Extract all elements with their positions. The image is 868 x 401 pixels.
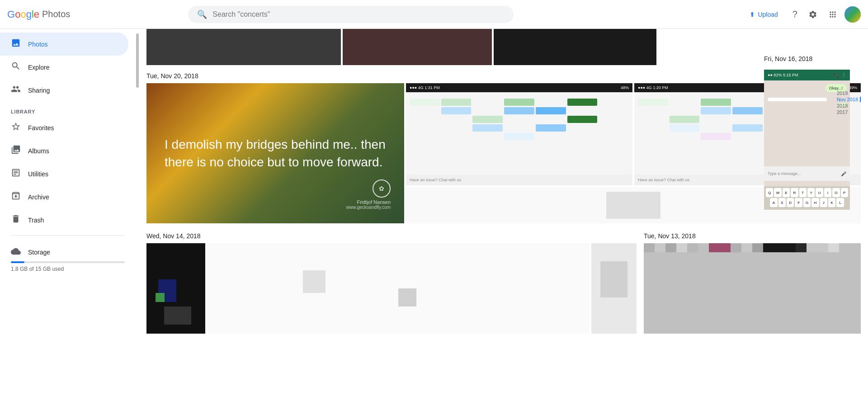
sidebar-item-trash[interactable]: Trash bbox=[0, 208, 128, 231]
scrollbar-thumb[interactable] bbox=[136, 33, 139, 88]
timeline-nov2018[interactable]: Nov 2018 bbox=[837, 97, 861, 102]
top-partial-row bbox=[146, 29, 861, 65]
storage-used-text: 1.8 GB of 15 GB used bbox=[11, 266, 125, 272]
grid-icon bbox=[828, 10, 837, 19]
sidebar-item-explore[interactable]: Explore bbox=[0, 56, 128, 79]
trash-label: Trash bbox=[28, 217, 44, 224]
quote-text: I demolish my bridges behind me.. then t… bbox=[165, 136, 386, 171]
calendar-screenshot-1[interactable]: ●●● 4G 1:31 PM 48% bbox=[406, 83, 632, 185]
sharing-nav-icon bbox=[11, 84, 21, 96]
sidebar: Photos Explore Sharing LIBRARY bbox=[0, 29, 136, 401]
albums-label: Albums bbox=[28, 147, 49, 155]
sidebar-item-sharing[interactable]: Sharing bbox=[0, 79, 128, 102]
nov16-date-label: Fri, Nov 16, 2018 bbox=[764, 50, 850, 66]
nov14-photo-1[interactable] bbox=[146, 243, 205, 334]
archive-label: Archive bbox=[28, 193, 49, 201]
search-input[interactable] bbox=[212, 10, 505, 19]
timeline-2018[interactable]: 2018 bbox=[837, 103, 861, 109]
help-icon: ? bbox=[793, 9, 797, 19]
sidebar-scrollbar[interactable] bbox=[136, 29, 139, 401]
nov14-photo-2[interactable] bbox=[207, 243, 590, 334]
header: Google Photos 🔍 ⬆ Upload ? bbox=[0, 0, 868, 29]
watermark: ✿ Fridtjof Nansen www.geckoandfly.com bbox=[346, 179, 391, 210]
sidebar-item-photos[interactable]: Photos bbox=[0, 33, 128, 56]
nov20-photo-row: I demolish my bridges behind me.. then t… bbox=[146, 83, 861, 223]
utilities-icon bbox=[11, 168, 21, 180]
photos-nav-label: Photos bbox=[28, 41, 48, 48]
sidebar-item-albums[interactable]: Albums bbox=[0, 139, 128, 162]
nov14-photo-row bbox=[146, 243, 637, 334]
storage-title: Storage bbox=[28, 249, 50, 256]
watermark-site: www.geckoandfly.com bbox=[346, 205, 391, 210]
user-avatar[interactable] bbox=[844, 6, 861, 23]
nov13-date-label: Tue, Nov 13, 2018 bbox=[644, 227, 861, 243]
timeline-2019[interactable]: 2019 bbox=[837, 90, 861, 96]
photos-nav-icon bbox=[11, 38, 21, 50]
google-wordmark: Google bbox=[7, 9, 39, 20]
google-photos-logo[interactable]: Google Photos bbox=[7, 9, 70, 20]
nov13-photo-1[interactable] bbox=[644, 243, 861, 334]
sidebar-item-archive[interactable]: Archive bbox=[0, 185, 128, 208]
upload-label: Upload bbox=[758, 11, 778, 18]
albums-icon bbox=[11, 145, 21, 157]
right-panel: Fri, Nov 16, 2018 ●● 82% 5:15 PM 📞 ⋮ Oka… bbox=[764, 50, 850, 210]
search-bar[interactable]: 🔍 bbox=[188, 6, 514, 23]
top-photo-1[interactable] bbox=[146, 29, 341, 65]
explore-nav-label: Explore bbox=[28, 64, 49, 71]
nov14-photo-3[interactable] bbox=[591, 243, 637, 334]
upload-button[interactable]: ⬆ Upload bbox=[742, 7, 785, 22]
gear-icon bbox=[808, 10, 817, 19]
top-photo-2[interactable] bbox=[343, 29, 492, 65]
nov14-section: Wed, Nov 14, 2018 bbox=[146, 227, 637, 334]
library-section-label: LIBRARY bbox=[0, 102, 136, 116]
archive-icon bbox=[11, 191, 21, 203]
header-actions: ⬆ Upload ? bbox=[742, 5, 861, 23]
utilities-label: Utilities bbox=[28, 170, 48, 178]
body-container: Photos Explore Sharing LIBRARY bbox=[0, 29, 868, 401]
explore-nav-icon bbox=[11, 61, 21, 73]
watermark-logo: ✿ bbox=[373, 179, 391, 198]
storage-label: Storage bbox=[11, 246, 125, 258]
sidebar-item-favorites[interactable]: Favorites bbox=[0, 116, 128, 139]
storage-progress-bar bbox=[11, 261, 125, 263]
main-content: Tue, Nov 20, 2018 I demolish my bridges … bbox=[139, 29, 868, 401]
settings-button[interactable] bbox=[805, 6, 821, 23]
nov20-quote-photo[interactable]: I demolish my bridges behind me.. then t… bbox=[146, 83, 404, 223]
favorites-label: Favorites bbox=[28, 124, 54, 132]
nov20-date-label: Tue, Nov 20, 2018 bbox=[146, 67, 861, 83]
sidebar-divider bbox=[11, 235, 125, 236]
help-button[interactable]: ? bbox=[789, 5, 801, 23]
sidebar-item-utilities[interactable]: Utilities bbox=[0, 162, 128, 185]
sharing-nav-label: Sharing bbox=[28, 87, 50, 94]
apps-button[interactable] bbox=[825, 6, 841, 23]
timeline-scrubber: 2019 Nov 2018 2018 2017 bbox=[837, 90, 861, 115]
avatar-image bbox=[844, 6, 861, 23]
storage-section: Storage 1.8 GB of 15 GB used bbox=[0, 239, 136, 279]
cloud-icon bbox=[11, 246, 21, 258]
nov14-date-label: Wed, Nov 14, 2018 bbox=[146, 227, 637, 243]
top-photo-3[interactable] bbox=[494, 29, 656, 65]
upload-icon: ⬆ bbox=[750, 11, 755, 18]
nov13-section: Tue, Nov 13, 2018 bbox=[644, 227, 861, 334]
trash-icon bbox=[11, 214, 21, 226]
lower-sections: Wed, Nov 14, 2018 bbox=[146, 227, 861, 334]
nov20-section: Tue, Nov 20, 2018 I demolish my bridges … bbox=[146, 67, 861, 223]
favorites-icon bbox=[11, 122, 21, 134]
search-bar-icon: 🔍 bbox=[197, 9, 207, 19]
photos-wordmark: Photos bbox=[42, 9, 70, 19]
watermark-name: Fridtjof Nansen bbox=[346, 199, 391, 205]
timeline-2017[interactable]: 2017 bbox=[837, 109, 861, 115]
storage-bar-fill bbox=[11, 261, 24, 263]
